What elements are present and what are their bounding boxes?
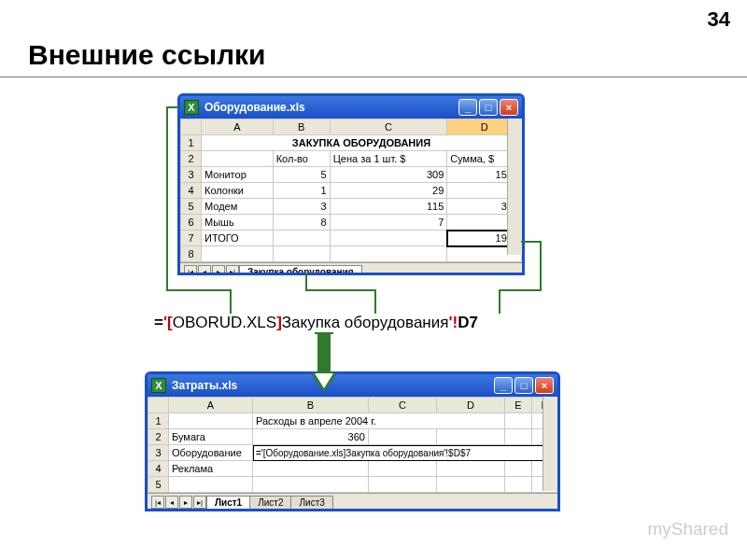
cell[interactable]: Монитор bbox=[202, 167, 274, 183]
row-header[interactable]: 2 bbox=[148, 429, 169, 445]
row-header[interactable]: 4 bbox=[148, 461, 169, 477]
cell[interactable] bbox=[253, 461, 369, 477]
cell[interactable]: Цена за 1 шт. $ bbox=[330, 151, 447, 167]
tab-nav-prev[interactable]: ◂ bbox=[165, 496, 178, 509]
spreadsheet[interactable]: A B C D E F 1 Расходы в апреле 2004 г. 2… bbox=[148, 397, 557, 493]
cell[interactable]: Мышь bbox=[202, 215, 274, 231]
col-header[interactable]: B bbox=[273, 119, 330, 135]
col-header[interactable]: C bbox=[368, 398, 436, 413]
cell[interactable]: Реклама bbox=[169, 461, 253, 477]
cell[interactable]: 360 bbox=[253, 429, 369, 445]
cell[interactable] bbox=[253, 477, 369, 493]
row-header[interactable]: 1 bbox=[181, 135, 202, 151]
tab-nav-prev[interactable]: ◂ bbox=[198, 265, 211, 275]
cell[interactable]: 309 bbox=[330, 167, 447, 183]
col-header[interactable]: A bbox=[169, 398, 253, 413]
cell[interactable] bbox=[368, 429, 436, 445]
spreadsheet[interactable]: A B C D 1 ЗАКУПКА ОБОРУДОВАНИЯ 2 Кол-во … bbox=[180, 119, 522, 262]
row-header[interactable]: 4 bbox=[181, 183, 202, 199]
cell[interactable]: 5 bbox=[273, 167, 330, 183]
scrollbar-vertical[interactable] bbox=[543, 397, 557, 491]
titlebar[interactable]: X Затраты.xls _ □ × bbox=[148, 374, 557, 397]
maximize-button[interactable]: □ bbox=[514, 377, 533, 394]
cell[interactable]: Колонки bbox=[202, 183, 274, 199]
cell[interactable]: 3 bbox=[273, 199, 330, 215]
row-header[interactable]: 8 bbox=[181, 246, 202, 262]
cell[interactable] bbox=[169, 413, 253, 429]
row-header[interactable]: 2 bbox=[181, 151, 202, 167]
row-header[interactable]: 7 bbox=[181, 231, 202, 246]
connector-line bbox=[540, 241, 542, 289]
connector-line bbox=[521, 241, 542, 243]
row-header[interactable]: 6 bbox=[181, 215, 202, 231]
cell[interactable]: 29 bbox=[330, 183, 447, 199]
row-header[interactable]: 3 bbox=[181, 167, 202, 183]
formula-cell: D7 bbox=[458, 314, 478, 331]
cell[interactable]: ИТОГО bbox=[202, 231, 274, 246]
cell[interactable] bbox=[437, 477, 505, 493]
cell[interactable]: Модем bbox=[202, 199, 274, 215]
cell[interactable] bbox=[505, 413, 531, 429]
cell[interactable] bbox=[505, 461, 531, 477]
cell[interactable]: 1 bbox=[273, 183, 330, 199]
corner-cell[interactable] bbox=[148, 398, 169, 413]
cell[interactable]: 115 bbox=[330, 199, 447, 215]
cell[interactable]: 8 bbox=[273, 215, 330, 231]
close-button[interactable]: × bbox=[535, 377, 554, 394]
cell[interactable]: Кол-во bbox=[273, 151, 330, 167]
tab-nav-last[interactable]: ▸| bbox=[193, 496, 206, 509]
cell[interactable]: ЗАКУПКА ОБОРУДОВАНИЯ bbox=[202, 135, 522, 151]
cell[interactable] bbox=[505, 477, 531, 493]
row-header[interactable]: 1 bbox=[148, 413, 169, 429]
cell[interactable] bbox=[437, 429, 505, 445]
cell[interactable] bbox=[368, 461, 436, 477]
sheet-tab[interactable]: Лист3 bbox=[290, 496, 332, 510]
titlebar[interactable]: X Оборудование.xls _ □ × bbox=[180, 96, 522, 119]
col-header[interactable]: D bbox=[437, 398, 505, 413]
cell[interactable] bbox=[169, 477, 253, 493]
sheet-tab[interactable]: Лист1 bbox=[206, 496, 250, 510]
tab-nav-next[interactable]: ▸ bbox=[212, 265, 225, 275]
cell[interactable] bbox=[273, 246, 330, 262]
col-header[interactable]: A bbox=[202, 119, 274, 135]
page-number: 34 bbox=[708, 7, 730, 32]
formula-sheet: Закупка оборудования bbox=[282, 314, 449, 331]
connector-line bbox=[166, 106, 179, 108]
cell[interactable]: Оборудование bbox=[169, 445, 253, 461]
cell[interactable] bbox=[505, 429, 531, 445]
cell[interactable] bbox=[368, 477, 436, 493]
cell-formula[interactable]: ='[Оборудование.xls]Закупка оборудования… bbox=[253, 445, 557, 461]
sheet-tab[interactable]: Лист2 bbox=[249, 496, 291, 510]
tab-nav-last[interactable]: ▸| bbox=[226, 265, 239, 275]
col-header[interactable]: C bbox=[330, 119, 447, 135]
tab-nav-first[interactable]: |◂ bbox=[151, 496, 164, 509]
row-header[interactable]: 5 bbox=[181, 199, 202, 215]
formula-file: OBORUD.XLS bbox=[173, 314, 276, 331]
cell[interactable] bbox=[330, 246, 447, 262]
cell[interactable] bbox=[202, 246, 274, 262]
cell[interactable]: Бумага bbox=[169, 429, 253, 445]
cell[interactable] bbox=[330, 231, 447, 246]
corner-cell[interactable] bbox=[181, 119, 202, 135]
row-header[interactable]: 3 bbox=[148, 445, 169, 461]
tab-nav-first[interactable]: |◂ bbox=[184, 265, 197, 275]
cell[interactable] bbox=[202, 151, 274, 167]
cell[interactable] bbox=[273, 231, 330, 246]
sheet-tab[interactable]: Закупка оборудования bbox=[239, 265, 362, 276]
cell[interactable]: 7 bbox=[330, 215, 447, 231]
col-header[interactable]: E bbox=[505, 398, 531, 413]
excel-icon: X bbox=[184, 100, 199, 115]
row-header[interactable]: 5 bbox=[148, 477, 169, 493]
window-zatraty: X Затраты.xls _ □ × A B C D E F 1 Расход… bbox=[145, 371, 560, 511]
cell[interactable]: Расходы в апреле 2004 г. bbox=[253, 413, 505, 429]
maximize-button[interactable]: □ bbox=[479, 99, 498, 116]
minimize-button[interactable]: _ bbox=[458, 99, 477, 116]
scrollbar-vertical[interactable] bbox=[507, 119, 522, 255]
col-header[interactable]: B bbox=[253, 398, 369, 413]
tab-nav-next[interactable]: ▸ bbox=[179, 496, 192, 509]
close-button[interactable]: × bbox=[500, 99, 518, 116]
connector-line bbox=[315, 332, 333, 334]
minimize-button[interactable]: _ bbox=[494, 377, 513, 394]
excel-icon: X bbox=[151, 378, 166, 393]
cell[interactable] bbox=[437, 461, 505, 477]
